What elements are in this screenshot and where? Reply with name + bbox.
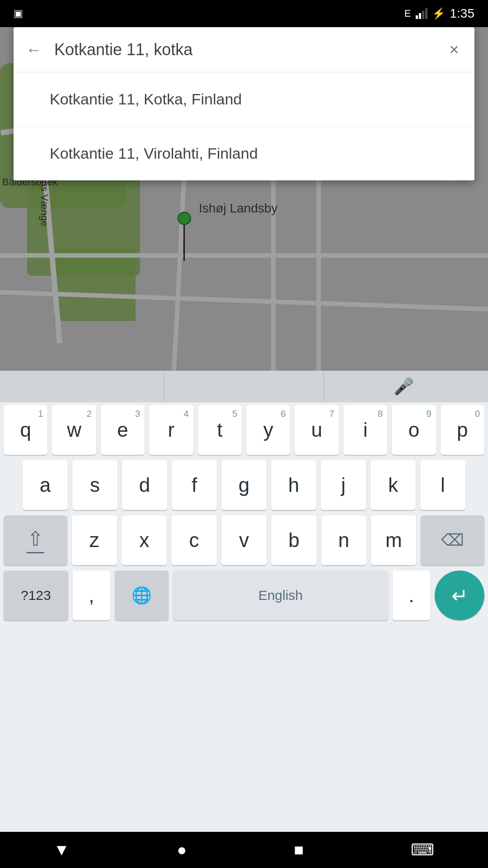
space-key[interactable]: English (173, 571, 388, 620)
suggestion-item-1[interactable]: Kotkantie 11, Kotka, Finland (14, 72, 474, 127)
key-q[interactable]: 1q (4, 405, 47, 455)
battery-icon: ⚡ (432, 7, 446, 20)
key-u[interactable]: 7u (295, 405, 338, 455)
suggestion-item-2[interactable]: Kotkantie 11, Virolahti, Finland (14, 127, 474, 180)
signal-label: E (404, 8, 411, 19)
key-i[interactable]: 8i (343, 405, 387, 455)
key-row-2: a s d f g h j k l (0, 458, 488, 513)
key-s[interactable]: s (72, 460, 117, 510)
key-g[interactable]: g (221, 460, 267, 510)
key-h[interactable]: h (271, 460, 316, 510)
mic-icon[interactable]: 🎤 (394, 377, 414, 396)
keyboard-top-seg3: 🎤 (324, 371, 483, 402)
key-r[interactable]: 4r (149, 405, 193, 455)
nav-keyboard-button[interactable]: ⌨ (411, 840, 434, 859)
period-key[interactable]: . (393, 571, 430, 620)
search-input-text[interactable]: Kotkantie 11, kotka (54, 40, 443, 59)
key-e[interactable]: 3e (101, 405, 145, 455)
key-a[interactable]: a (23, 460, 68, 510)
map-label-ishoj-landsby: Ishøj Landsby (199, 201, 277, 216)
status-bar: ▣ E ⚡ 1:35 (0, 0, 488, 27)
key-row-3: ⇧ z x c v b n m ⌫ (0, 513, 488, 568)
nav-home-button[interactable]: ● (177, 840, 187, 859)
key-f[interactable]: f (172, 460, 217, 510)
map-pin (178, 212, 191, 225)
key-w[interactable]: 2w (52, 405, 96, 455)
search-header: ← Kotkantie 11, kotka × (14, 27, 474, 72)
back-button[interactable]: ← (23, 40, 45, 59)
backspace-key[interactable]: ⌫ (421, 515, 484, 565)
key-k[interactable]: k (371, 460, 416, 510)
clear-button[interactable]: × (443, 40, 465, 59)
key-v[interactable]: v (221, 515, 267, 565)
key-row-4: ?123 , 🌐 English . ↵ (0, 568, 488, 627)
sd-card-icon: ▣ (14, 8, 23, 19)
key-l[interactable]: l (420, 460, 465, 510)
nav-recent-button[interactable]: ■ (294, 840, 304, 859)
time-display: 1:35 (450, 6, 475, 21)
key-b[interactable]: b (271, 515, 316, 565)
key-x[interactable]: x (122, 515, 167, 565)
key-c[interactable]: c (171, 515, 216, 565)
key-n[interactable]: n (321, 515, 366, 565)
keyboard-area: 🎤 1q 2w 3e 4r 5t 6y 7u 8i 9o 0p a s d f … (0, 371, 488, 832)
keyboard-top-seg2 (164, 371, 324, 402)
keyboard-top-seg1 (5, 371, 164, 402)
map-pin-stem (183, 225, 185, 261)
symbol-key[interactable]: ?123 (4, 571, 68, 620)
globe-key[interactable]: 🌐 (115, 571, 169, 620)
key-t[interactable]: 5t (198, 405, 242, 455)
key-y[interactable]: 6y (246, 405, 290, 455)
key-d[interactable]: d (122, 460, 167, 510)
key-row-1: 1q 2w 3e 4r 5t 6y 7u 8i 9o 0p (0, 402, 488, 458)
comma-key[interactable]: , (73, 571, 110, 620)
keyboard-top-bar: 🎤 (0, 371, 488, 402)
enter-key[interactable]: ↵ (435, 571, 484, 620)
status-bar-right: E ⚡ 1:35 (404, 6, 474, 21)
key-m[interactable]: m (371, 515, 416, 565)
nav-back-button[interactable]: ▼ (54, 840, 70, 859)
key-z[interactable]: z (72, 515, 117, 565)
signal-bars (416, 8, 427, 19)
search-dialog: ← Kotkantie 11, kotka × Kotkantie 11, Ko… (14, 27, 474, 180)
key-o[interactable]: 9o (392, 405, 436, 455)
key-p[interactable]: 0p (441, 405, 484, 455)
bottom-nav: ▼ ● ■ ⌨ (0, 832, 488, 868)
key-j[interactable]: j (321, 460, 366, 510)
shift-key[interactable]: ⇧ (4, 515, 67, 565)
status-bar-left: ▣ (14, 8, 23, 19)
